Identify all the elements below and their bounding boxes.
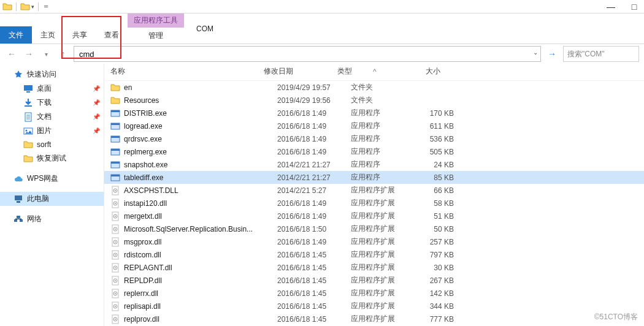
desktop-icon bbox=[23, 84, 33, 94]
file-row[interactable]: replprov.dll2016/6/18 1:45应用程序扩展777 KB bbox=[104, 313, 644, 325]
minimize-button[interactable]: — bbox=[605, 2, 617, 12]
go-button[interactable]: → bbox=[545, 47, 559, 61]
file-date: 2016/6/18 1:45 bbox=[277, 289, 351, 298]
address-dropdown-icon[interactable]: ⌄ bbox=[533, 49, 538, 56]
back-button[interactable]: ← bbox=[5, 47, 18, 61]
column-name[interactable]: 名称 bbox=[110, 66, 264, 77]
file-size: 536 KB bbox=[412, 135, 461, 143]
file-row[interactable]: replerrx.dll2016/6/18 1:45应用程序扩展142 KB bbox=[104, 287, 644, 300]
file-list-area: 名称 修改日期 类型^ 大小 en2019/4/29 19:57文件夹Resou… bbox=[104, 64, 644, 326]
qat-overflow[interactable]: ＝ bbox=[42, 1, 50, 12]
file-row[interactable]: REPLDP.dll2016/6/18 1:45应用程序扩展267 KB bbox=[104, 274, 644, 287]
file-row[interactable]: mergetxt.dll2016/6/18 1:49应用程序扩展51 KB bbox=[104, 210, 644, 222]
file-size: 505 KB bbox=[412, 148, 461, 156]
column-size[interactable]: 大小 bbox=[399, 66, 448, 77]
tab-home[interactable]: 主页 bbox=[32, 26, 64, 44]
watermark: ©51CTO博客 bbox=[594, 312, 638, 322]
file-row[interactable]: en2019/4/29 19:57文件夹 bbox=[104, 81, 644, 94]
recent-dropdown[interactable]: ▾ bbox=[39, 47, 53, 61]
up-button[interactable]: ↑ bbox=[56, 47, 70, 61]
sort-indicator-icon: ^ bbox=[373, 67, 377, 76]
file-row[interactable]: tablediff.exe2014/2/21 21:27应用程序85 KB bbox=[104, 171, 644, 184]
tab-share[interactable]: 共享 bbox=[64, 26, 96, 44]
sidebar-item-documents[interactable]: 文档 📌 bbox=[0, 110, 104, 124]
sidebar-label: sorft bbox=[37, 140, 51, 149]
file-size: 85 KB bbox=[412, 173, 461, 182]
file-row[interactable]: Resources2019/4/29 19:56文件夹 bbox=[104, 94, 644, 107]
file-name: tablediff.exe bbox=[124, 173, 277, 182]
file-date: 2014/2/21 21:27 bbox=[277, 173, 351, 182]
sidebar-item-wps[interactable]: WPS网盘 bbox=[0, 172, 104, 186]
file-type: 文件夹 bbox=[351, 95, 412, 105]
file-row[interactable]: instapi120.dll2016/6/18 1:49应用程序扩展58 KB bbox=[104, 197, 644, 210]
file-type: 应用程序扩展 bbox=[351, 249, 412, 260]
forward-button[interactable]: → bbox=[22, 47, 36, 61]
file-name: replprov.dll bbox=[124, 315, 277, 324]
file-size: 777 KB bbox=[412, 315, 461, 324]
tab-view[interactable]: 查看 bbox=[96, 26, 128, 44]
tab-file[interactable]: 文件 bbox=[0, 26, 32, 44]
qat-item-icon[interactable] bbox=[20, 2, 30, 12]
sidebar-item-desktop[interactable]: 桌面 📌 bbox=[0, 82, 104, 96]
column-type[interactable]: 类型^ bbox=[337, 66, 399, 77]
pin-icon: 📌 bbox=[93, 99, 100, 106]
file-row[interactable]: replmerg.exe2016/6/18 1:49应用程序505 KB bbox=[104, 145, 644, 158]
file-row[interactable]: snapshot.exe2014/2/21 21:27应用程序24 KB bbox=[104, 158, 644, 171]
sidebar-item-sorft[interactable]: sorft bbox=[0, 138, 104, 151]
sidebar-item-downloads[interactable]: 下载 📌 bbox=[0, 96, 104, 110]
file-name: Resources bbox=[124, 96, 277, 105]
sidebar-item-restore[interactable]: 恢复测试 bbox=[0, 151, 104, 165]
file-date: 2016/6/18 1:49 bbox=[277, 212, 351, 221]
file-row[interactable]: Microsoft.SqlServer.Replication.Busin...… bbox=[104, 222, 644, 235]
folder-icon bbox=[23, 140, 33, 150]
file-name: mergetxt.dll bbox=[124, 212, 277, 221]
dll-icon bbox=[110, 289, 120, 298]
cloud-icon bbox=[13, 174, 23, 184]
tab-manage[interactable]: 管理 bbox=[128, 28, 184, 44]
sidebar-item-quick-access[interactable]: 快速访问 bbox=[0, 67, 104, 82]
address-bar[interactable]: ⌄ bbox=[74, 46, 541, 62]
file-size: 257 KB bbox=[412, 238, 461, 246]
file-row[interactable]: msgprox.dll2016/6/18 1:49应用程序扩展257 KB bbox=[104, 235, 644, 248]
address-input[interactable] bbox=[78, 49, 537, 59]
maximize-button[interactable]: □ bbox=[628, 2, 640, 12]
file-name: DISTRIB.exe bbox=[124, 109, 277, 118]
sidebar-item-network[interactable]: 网络 bbox=[0, 212, 104, 226]
file-size: 30 KB bbox=[412, 263, 461, 272]
qat-dropdown-icon[interactable]: ▾ bbox=[31, 4, 34, 10]
dll-icon bbox=[110, 211, 120, 221]
file-date: 2016/6/18 1:45 bbox=[277, 276, 351, 285]
sidebar-item-this-pc[interactable]: 此电脑 bbox=[0, 192, 104, 206]
navigation-pane: 快速访问 桌面 📌 下载 📌 文档 📌 图片 📌 sorft 恢复测 bbox=[0, 64, 104, 326]
file-date: 2016/6/18 1:50 bbox=[277, 225, 351, 233]
file-list[interactable]: en2019/4/29 19:57文件夹Resources2019/4/29 1… bbox=[104, 81, 644, 325]
column-date[interactable]: 修改日期 bbox=[264, 66, 337, 77]
file-row[interactable]: AXSCPHST.DLL2014/2/21 5:27应用程序扩展66 KB bbox=[104, 184, 644, 197]
file-row[interactable]: DISTRIB.exe2016/6/18 1:49应用程序170 KB bbox=[104, 107, 644, 119]
file-size: 267 KB bbox=[412, 276, 461, 285]
file-name: Microsoft.SqlServer.Replication.Busin... bbox=[124, 225, 277, 233]
file-name: REPLAGNT.dll bbox=[124, 263, 277, 272]
dll-icon bbox=[110, 301, 120, 311]
file-type: 应用程序 bbox=[351, 134, 412, 144]
file-name: logread.exe bbox=[124, 122, 277, 131]
pin-icon: 📌 bbox=[93, 113, 100, 120]
window-title: COM bbox=[196, 25, 213, 33]
exe-icon bbox=[110, 173, 120, 183]
sidebar-label: 此电脑 bbox=[27, 194, 49, 204]
exe-icon bbox=[110, 108, 120, 118]
pin-icon: 📌 bbox=[93, 85, 100, 92]
file-row[interactable]: REPLAGNT.dll2016/6/18 1:45应用程序扩展30 KB bbox=[104, 261, 644, 274]
exe-icon bbox=[110, 160, 120, 170]
file-row[interactable]: qrdrsvc.exe2016/6/18 1:49应用程序536 KB bbox=[104, 132, 644, 145]
file-row[interactable]: logread.exe2016/6/18 1:49应用程序611 KB bbox=[104, 119, 644, 132]
picture-icon bbox=[23, 126, 33, 136]
sidebar-item-pictures[interactable]: 图片 📌 bbox=[0, 124, 104, 138]
file-type: 应用程序 bbox=[351, 159, 412, 170]
file-date: 2014/2/21 5:27 bbox=[277, 186, 351, 195]
file-row[interactable]: replisapi.dll2016/6/18 1:45应用程序扩展344 KB bbox=[104, 300, 644, 313]
search-box[interactable]: 搜索"COM" bbox=[563, 46, 639, 62]
file-size: 51 KB bbox=[412, 212, 461, 221]
dll-icon bbox=[110, 250, 120, 260]
file-row[interactable]: rdistcom.dll2016/6/18 1:45应用程序扩展797 KB bbox=[104, 248, 644, 261]
